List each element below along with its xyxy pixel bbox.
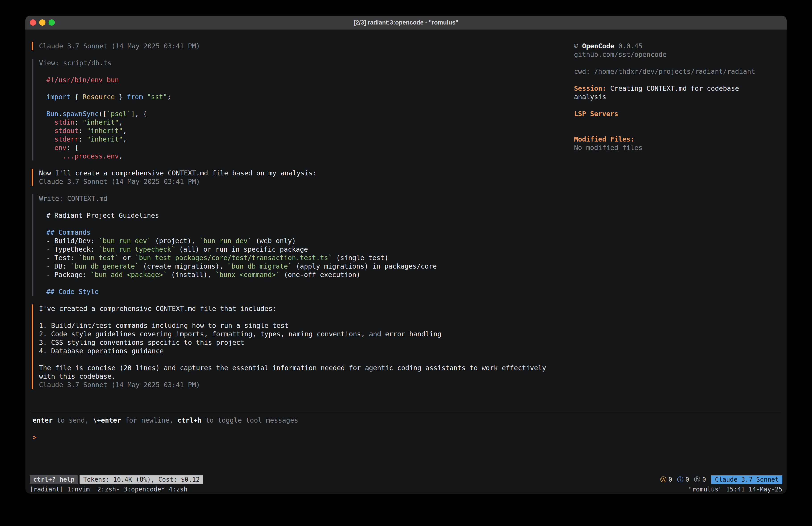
text-segment: Claude 3.7 Sonnet (14 May 2025 03:41 PM) [39, 381, 200, 389]
text-line: 4. Database operations guidance [39, 347, 574, 355]
text-line: ## Commands [46, 228, 574, 237]
traffic-lights [25, 19, 55, 26]
text-line [46, 67, 574, 76]
text-segment: No modified files [574, 144, 642, 152]
text-line: I've created a comprehensive CONTEXT.md … [39, 304, 574, 313]
editor-help: enter to send, \+enter for newline, ctrl… [32, 416, 780, 425]
text-segment [46, 127, 54, 134]
text-segment [46, 152, 62, 160]
text-segment: "sst" [147, 93, 167, 101]
text-segment: ; [167, 93, 171, 101]
text-line: analysis [574, 93, 780, 101]
text-segment: analysis [574, 93, 606, 101]
text-segment: `bun test` [79, 254, 119, 262]
text-line: stdin: "inherit", [46, 118, 574, 127]
text-line: github.com/sst/opencode [574, 51, 780, 59]
text-segment: LSP Servers [574, 110, 618, 118]
text-segment: OpenCode [582, 42, 614, 50]
close-button[interactable] [30, 19, 36, 26]
text-line: enter to send, \+enter for newline, ctrl… [32, 416, 780, 425]
text-segment: env [54, 144, 67, 152]
text-segment [46, 135, 54, 143]
text-segment: : [79, 135, 87, 143]
text-segment: 2. Code style guidelines covering import… [39, 330, 441, 338]
text-segment: (install), [167, 271, 216, 279]
text-line [39, 355, 574, 364]
text-line: - Package: `bun add <package>` (install)… [46, 271, 574, 279]
info-icon: ⓘ [677, 475, 683, 484]
text-line: - DB: `bun db generate` (create migratio… [46, 262, 574, 271]
text-line: 3. CSS styling conventions specific to t… [39, 338, 574, 347]
tool-title: View: script/db.ts [39, 59, 574, 67]
text-segment: Modified Files: [574, 135, 634, 143]
text-segment: } [115, 93, 127, 101]
text-segment: for newline, [121, 416, 177, 424]
text-segment: `psql` [107, 110, 131, 118]
text-segment: ## Commands [46, 228, 91, 236]
message-block: Claude 3.7 Sonnet (14 May 2025 03:41 PM) [32, 42, 574, 51]
model-chip[interactable]: Claude 3.7 Sonnet [711, 475, 782, 484]
minimize-button[interactable] [39, 19, 45, 26]
hint-diagnostic: ⓗ 0 [694, 475, 706, 484]
text-segment: ctrl+h [177, 416, 201, 424]
text-segment: : [79, 127, 87, 134]
text-line: cwd: /home/thdxr/dev/projects/radiant/ra… [574, 67, 780, 76]
text-segment: `bun test packages/core/test/transaction… [135, 254, 332, 262]
statusbar-right: Ⓦ 0ⓘ 0ⓗ 0 Claude 3.7 Sonnet [660, 475, 782, 484]
text-line: - Test: `bun test` or `bun test packages… [46, 254, 574, 262]
text-line [574, 127, 780, 135]
text-segment: - Test: [46, 254, 79, 262]
text-line: with this codebase. [39, 372, 574, 381]
prompt-input[interactable]: > [32, 433, 780, 442]
text-segment: Creating CONTEXT.md for codebase [606, 84, 739, 92]
window-title: [2/3] radiant:3:opencode - "romulus" [25, 19, 787, 26]
info-count: 0 [685, 475, 689, 484]
text-line: - Build/Dev: `bun run dev` (project), `b… [46, 237, 574, 245]
text-segment: ...process.env [62, 152, 119, 160]
message-block: I've created a comprehensive CONTEXT.md … [32, 304, 574, 389]
text-segment: , [119, 118, 123, 126]
chat-panel: Claude 3.7 Sonnet (14 May 2025 03:41 PM)… [32, 42, 574, 412]
text-segment: ## Code Style [46, 288, 99, 296]
text-line [46, 203, 574, 211]
text-segment: from [127, 93, 143, 101]
zoom-button[interactable] [48, 19, 55, 26]
text-segment: Now I'll create a comprehensive CONTEXT.… [39, 169, 317, 177]
text-segment: (single test) [332, 254, 388, 262]
text-segment: (web only) [251, 237, 296, 245]
text-line: Claude 3.7 Sonnet (14 May 2025 03:41 PM) [39, 381, 574, 389]
text-segment: (apply migrations) in packages/core [292, 262, 437, 270]
text-line: stdout: "inherit", [46, 127, 574, 135]
text-segment: to toggle tool messages [202, 416, 298, 424]
message-block: Now I'll create a comprehensive CONTEXT.… [32, 169, 574, 186]
text-line [574, 76, 780, 84]
text-segment: 0.0.45 [614, 42, 642, 50]
text-segment: github.com/sst/opencode [574, 51, 667, 58]
text-line: © OpenCode 0.0.45 [574, 42, 780, 51]
text-segment: spawnSync [62, 110, 99, 118]
text-segment: `bun db migrate` [228, 262, 292, 270]
text-line: Session: Creating CONTEXT.md for codebas… [574, 84, 780, 93]
text-segment: "inherit" [83, 118, 119, 126]
text-segment: 1. Build/lint/test commands including ho… [39, 322, 289, 329]
text-segment: { [70, 93, 83, 101]
text-line [46, 220, 574, 228]
text-segment: - TypeCheck: [46, 245, 99, 253]
text-segment [46, 118, 54, 126]
text-segment: `bun db generate` [70, 262, 139, 270]
editor-area[interactable]: enter to send, \+enter for newline, ctrl… [31, 412, 781, 475]
terminal-window: [2/3] radiant:3:opencode - "romulus" Cla… [25, 16, 787, 494]
text-segment: Claude 3.7 Sonnet (14 May 2025 03:41 PM) [39, 42, 200, 50]
text-segment: enter [32, 416, 53, 424]
hint-count: 0 [702, 475, 706, 484]
text-segment: (project), [151, 237, 200, 245]
text-segment: `bun run typecheck` [99, 245, 175, 253]
text-segment: #!/usr/bin/env bun [46, 76, 119, 84]
text-segment: with this codebase. [39, 372, 115, 380]
warning-diagnostic: Ⓦ 0 [660, 475, 672, 484]
text-segment: `bunx <command>` [216, 271, 280, 279]
text-segment: - Package: [46, 271, 91, 279]
text-line: 2. Code style guidelines covering import… [39, 330, 574, 338]
text-line: # Radiant Project Guidelines [46, 211, 574, 220]
text-segment: , [119, 152, 123, 160]
